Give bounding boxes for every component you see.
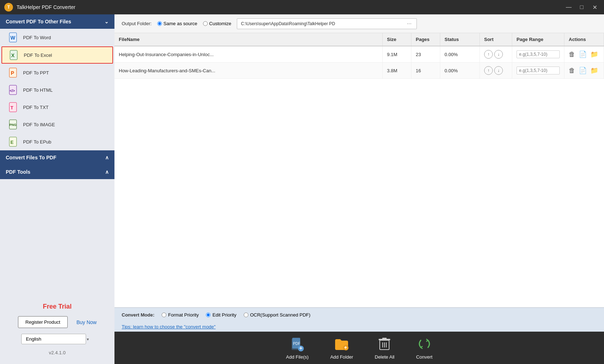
format-priority-radio[interactable]: Format Priority (162, 312, 199, 318)
sidebar-section-pdf-tools[interactable]: PDF Tools ∧ (0, 165, 114, 179)
sidebar-section-convert-to-other[interactable]: Convert PDF To Other Files ⌄ (0, 14, 114, 29)
sidebar-item-pdf-to-txt[interactable]: T PDF To TXT (0, 99, 114, 116)
language-select[interactable]: English (21, 334, 86, 344)
delete-all-label: Delete All (375, 354, 395, 360)
add-folder-icon: + (334, 336, 350, 352)
file-actions-cell: 🗑 📄 📁 (564, 63, 604, 79)
file-sort-cell: ↑ ↓ (480, 46, 512, 63)
excel-icon: X (9, 50, 19, 60)
col-header-status: Status (440, 33, 480, 46)
same-as-source-radio[interactable]: Same as source (157, 21, 197, 26)
file-actions-cell: 🗑 📄 📁 (564, 46, 604, 63)
file-name-cell: How-Leading-Manufacturers-and-SMEs-Can..… (114, 63, 383, 79)
file-pages-cell: 16 (411, 63, 440, 79)
sidebar-item-pdf-to-word[interactable]: W PDF To Word (0, 29, 114, 46)
epub-icon: E (9, 137, 19, 147)
add-folder-button[interactable]: + Add Folder (330, 336, 353, 360)
file-page-range-cell (512, 63, 564, 79)
svg-text:</>: </> (10, 89, 15, 93)
page-range-input[interactable] (517, 67, 560, 74)
window-controls: — □ ✕ (564, 2, 600, 12)
convert-mode-label: Convert Mode: (122, 312, 154, 318)
sidebar-item-pdf-to-html[interactable]: </> PDF To HTML (0, 81, 114, 99)
svg-text:P: P (11, 70, 14, 76)
sidebar-section-convert-to-pdf[interactable]: Convert Files To PDF ∧ (0, 150, 114, 165)
close-button[interactable]: ✕ (590, 2, 600, 12)
reg-buy-row: Register Product Buy Now (18, 316, 97, 328)
ocr-radio[interactable]: OCR(Support Scanned PDF) (244, 312, 311, 318)
svg-text:W: W (10, 35, 15, 41)
col-header-filename: FileName (114, 33, 383, 46)
open-folder-icon[interactable]: 📁 (590, 67, 598, 74)
page-range-input[interactable] (517, 50, 560, 58)
file-status-cell: 0.00% (440, 46, 480, 63)
sidebar-item-label: PDF To Excel (24, 53, 52, 58)
sort-down-button[interactable]: ↓ (494, 50, 503, 59)
sort-down-button[interactable]: ↓ (494, 66, 503, 75)
delete-file-icon[interactable]: 🗑 (569, 51, 575, 58)
file-size-cell: 3.8M (383, 63, 411, 79)
sort-up-button[interactable]: ↑ (484, 50, 493, 59)
file-pages-cell: 23 (411, 46, 440, 63)
delete-all-button[interactable]: Delete All (375, 336, 395, 360)
output-folder-label: Output Folder: (122, 21, 152, 26)
sidebar-item-label: PDF To HTML (23, 87, 53, 93)
add-files-button[interactable]: PDF + Add File(s) (286, 336, 309, 360)
svg-text:+: + (344, 345, 347, 350)
buy-now-link[interactable]: Buy Now (76, 319, 96, 325)
main-layout: Convert PDF To Other Files ⌄ W PDF To Wo… (0, 14, 604, 364)
svg-text:PNG: PNG (9, 123, 17, 127)
register-product-button[interactable]: Register Product (18, 316, 68, 328)
svg-text:X: X (11, 53, 15, 58)
minimize-button[interactable]: — (564, 2, 574, 12)
convert-icon (416, 336, 432, 352)
col-header-actions: Actions (564, 33, 604, 46)
table-row: Helping-Out-Insurance-Companies-in-Unloc… (114, 46, 604, 63)
output-path-box: C:\Users\super\AppData\Roaming\TalkHelpe… (237, 18, 417, 29)
customize-radio[interactable]: Customize (203, 21, 231, 26)
svg-text:E: E (10, 140, 14, 145)
file-name-cell: Helping-Out-Insurance-Companies-in-Unloc… (114, 46, 383, 63)
version-text: v2.4.1.0 (49, 350, 66, 355)
preview-file-icon[interactable]: 📄 (579, 67, 587, 74)
add-files-label: Add File(s) (286, 354, 309, 360)
file-size-cell: 9.1M (383, 46, 411, 63)
col-header-size: Size (383, 33, 411, 46)
svg-text:T: T (10, 105, 13, 110)
sidebar-item-pdf-to-epub[interactable]: E PDF To EPub (0, 133, 114, 150)
table-row: How-Leading-Manufacturers-and-SMEs-Can..… (114, 63, 604, 79)
content-area: Output Folder: Same as source Customize … (114, 14, 604, 364)
add-folder-label: Add Folder (330, 354, 353, 360)
preview-file-icon[interactable]: 📄 (579, 50, 587, 58)
sidebar-item-pdf-to-excel[interactable]: X PDF To Excel (1, 46, 113, 64)
convert-button[interactable]: Convert (416, 336, 433, 360)
sidebar-item-pdf-to-ppt[interactable]: P PDF To PPT (0, 64, 114, 81)
txt-icon: T (9, 102, 19, 112)
tips-link[interactable]: Tips: learn how to choose the "convert m… (114, 322, 604, 332)
file-sort-cell: ↑ ↓ (480, 63, 512, 79)
col-header-pages: Pages (411, 33, 440, 46)
table-header-row: FileName Size Pages Status Sort Page Ran… (114, 33, 604, 46)
restore-button[interactable]: □ (577, 2, 587, 12)
sidebar-item-pdf-to-image[interactable]: PNG PDF To IMAGE (0, 116, 114, 133)
sidebar-bottom: Free Trial Register Product Buy Now Engl… (0, 179, 114, 364)
convert-label: Convert (416, 354, 433, 360)
file-status-cell: 0.00% (440, 63, 480, 79)
sidebar: Convert PDF To Other Files ⌄ W PDF To Wo… (0, 14, 114, 364)
sidebar-item-label: PDF To TXT (23, 105, 49, 110)
output-radio-group: Same as source Customize (157, 21, 231, 26)
bottom-toolbar: PDF + Add File(s) + Add Folder (114, 332, 604, 364)
output-bar: Output Folder: Same as source Customize … (114, 14, 604, 33)
convert-mode-bar: Convert Mode: Format Priority Edit Prior… (114, 308, 604, 322)
output-path-browse-button[interactable]: ··· (405, 21, 413, 27)
open-folder-icon[interactable]: 📁 (590, 50, 598, 58)
sidebar-item-label: PDF To IMAGE (23, 122, 55, 127)
svg-rect-26 (382, 338, 387, 339)
word-icon: W (9, 32, 19, 42)
delete-file-icon[interactable]: 🗑 (569, 67, 575, 74)
sort-up-button[interactable]: ↑ (484, 66, 493, 75)
app-title: TalkHelper PDF Converter (17, 4, 560, 10)
edit-priority-radio[interactable]: Edit Priority (206, 312, 236, 318)
file-table: FileName Size Pages Status Sort Page Ran… (114, 33, 604, 79)
file-page-range-cell (512, 46, 564, 63)
